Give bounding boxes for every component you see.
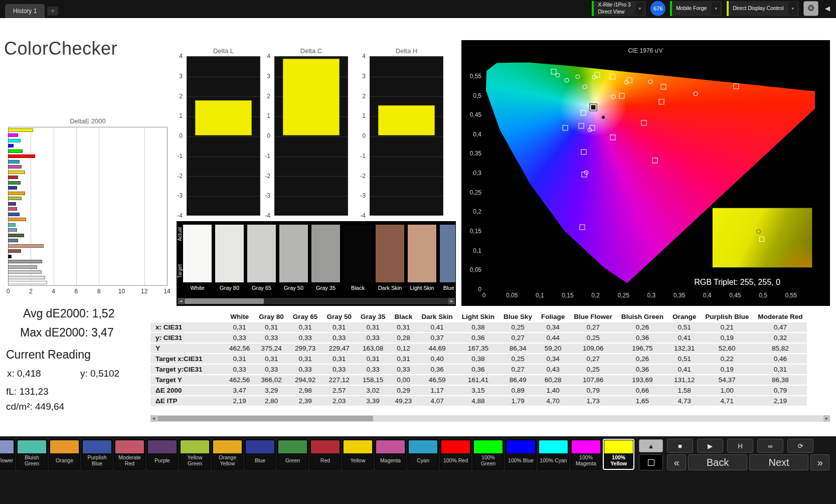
scroll-right-icon[interactable]: ►: [823, 415, 830, 422]
collapse-panel-button[interactable]: ◀: [823, 3, 832, 14]
hold-pattern-button[interactable]: H: [727, 439, 753, 453]
swatch-scrollbar-thumb[interactable]: [185, 298, 264, 304]
table-cell: 0,28: [390, 333, 417, 343]
patch-button-blue[interactable]: Blue: [245, 439, 275, 469]
swatch-gray-35: Gray 35: [311, 225, 340, 296]
patch-button-100-green[interactable]: 100% Green: [473, 439, 504, 469]
deltae-x-tick-label: 4: [52, 288, 55, 295]
patch-button-orange-yellow[interactable]: Orange Yellow: [212, 439, 243, 469]
table-cell: 0,33: [356, 333, 390, 343]
patch-button-orange[interactable]: Orange: [49, 439, 80, 469]
patch-button-yellow-green[interactable]: Yellow Green: [180, 439, 210, 469]
table-cell: 2,98: [288, 386, 322, 395]
y-tick-label: -3: [350, 192, 366, 199]
patch-button-magenta[interactable]: Magenta: [375, 439, 406, 469]
patch-color: [474, 440, 503, 453]
patch-button-100-red[interactable]: 100% Red: [440, 439, 471, 469]
stop-button[interactable]: ■: [667, 439, 693, 453]
patch-label: Bluish Green: [17, 454, 47, 469]
first-pattern-button[interactable]: «: [667, 454, 686, 470]
swatch-row: WhiteGray 80Gray 65Gray 50Gray 35BlackDa…: [183, 225, 455, 296]
table-cell: 0,21: [701, 322, 753, 332]
table-column-header-foliage: Foliage: [537, 312, 569, 321]
last-pattern-button[interactable]: »: [810, 454, 829, 470]
table-cell: 0,41: [668, 333, 701, 343]
patch-button-red[interactable]: Red: [310, 439, 341, 469]
instrument-selector[interactable]: X-Rite i1Pro 3Direct View ▾: [592, 1, 646, 16]
black-square-icon: [648, 459, 654, 466]
patch-button-blue-flower[interactable]: Blue Flower: [0, 439, 15, 469]
deltae-x-tick-label: 0: [7, 288, 10, 295]
mini-chart-delta-l: Delta L43210-1-2-3-4: [166, 47, 260, 218]
swatch-color: [247, 225, 276, 282]
patch-button-100-cyan[interactable]: 100% Cyan: [538, 439, 569, 469]
y-tick-label: -2: [350, 173, 366, 180]
scroll-right-icon[interactable]: ►: [448, 298, 455, 304]
add-tab-button[interactable]: +: [47, 7, 58, 16]
deltae-bar-gray-35: [8, 260, 42, 263]
y-tick-label: -4: [166, 212, 183, 219]
toolbar-expand-button[interactable]: ▲: [639, 439, 663, 452]
scroll-left-icon[interactable]: ◄: [150, 415, 157, 422]
y-tick-label: 2: [350, 93, 366, 100]
cie-marker-square: [578, 123, 584, 128]
y-tick-label: -1: [254, 152, 270, 159]
deltae-bar-row-foliage: [8, 233, 166, 238]
settings-button[interactable]: ⚙: [803, 1, 818, 16]
next-button[interactable]: Next: [749, 454, 808, 470]
table-cell: 46,59: [417, 375, 457, 385]
play-button[interactable]: ▶: [697, 439, 723, 453]
history-tab[interactable]: History 1: [5, 4, 45, 18]
table-cell: 161,41: [457, 375, 499, 385]
cie-y-tick-label: 0,3: [464, 170, 481, 177]
patch-color: [376, 440, 405, 453]
table-cell: 86,49: [499, 375, 537, 385]
patch-button-100-blue[interactable]: 100% Blue: [506, 439, 536, 469]
y-tick-label: -3: [254, 192, 270, 199]
patch-button-100-yellow[interactable]: 100% Yellow: [603, 439, 634, 469]
table-scrollbar-thumb[interactable]: [157, 416, 373, 421]
patch-button-cyan[interactable]: Cyan: [408, 439, 438, 469]
cie-y-tick-label: 0,4: [464, 131, 481, 138]
deltae-bar-row-blue-sky: [8, 238, 166, 244]
table-column-header-blue-flower: Blue Flower: [569, 312, 617, 321]
patch-button-moderate-red[interactable]: Moderate Red: [114, 439, 145, 469]
table-scrollbar[interactable]: ◄ ►: [150, 415, 830, 422]
chart-plot-delta-c: [274, 56, 348, 216]
table-cell: 0,33: [288, 365, 322, 374]
patch-button-purplish-blue[interactable]: Purplish Blue: [82, 439, 112, 469]
scroll-left-icon[interactable]: ◄: [178, 298, 184, 304]
table-cell: 86,38: [753, 375, 807, 385]
deltae-bar-bluish-green: [8, 223, 16, 227]
current-fl-readout: fL: 131,23: [6, 386, 49, 397]
table-cell: 0,36: [617, 333, 668, 343]
deltae-bar-black: [8, 255, 12, 258]
swatch-scrollbar[interactable]: ◄ ►: [178, 298, 455, 304]
back-button[interactable]: Back: [688, 454, 747, 470]
table-cell: 0,33: [288, 333, 322, 343]
patch-button-100-magenta[interactable]: 100% Magenta: [571, 439, 601, 469]
continuous-read-button[interactable]: ∞: [757, 439, 783, 453]
patch-button-bluish-green[interactable]: Bluish Green: [17, 439, 47, 469]
table-cell: 0,33: [225, 333, 254, 343]
table-row-label: Y: [150, 344, 225, 353]
swatch-strip-panel: Actual Target WhiteGray 80Gray 65Gray 50…: [177, 221, 456, 306]
cie-marker-circle: [583, 85, 587, 89]
deltae-bar-red: [8, 176, 18, 179]
deltae-bar-row-cyan: [8, 159, 166, 164]
cie-marker-circle: [592, 75, 597, 80]
table-column-header-black: Black: [390, 312, 417, 321]
display-control-selector[interactable]: Direct Display Control ▾: [727, 1, 799, 16]
deltae-bar-row-magenta: [8, 164, 166, 170]
swatch-label: Blue Sky: [440, 285, 455, 291]
table-cell: 227,12: [322, 375, 356, 385]
patch-button-purple[interactable]: Purple: [147, 439, 178, 469]
patch-button-yellow[interactable]: Yellow: [343, 439, 373, 469]
patch-button-green[interactable]: Green: [277, 439, 308, 469]
table-cell: 0,29: [390, 386, 417, 395]
black-pattern-button[interactable]: [639, 454, 663, 470]
chart-title-delta-l: Delta L: [187, 47, 260, 55]
pattern-source-selector[interactable]: Mobile Forge ▾: [670, 1, 722, 16]
patch-label: Magenta: [376, 454, 405, 469]
loop-button[interactable]: ⟳: [787, 439, 813, 453]
